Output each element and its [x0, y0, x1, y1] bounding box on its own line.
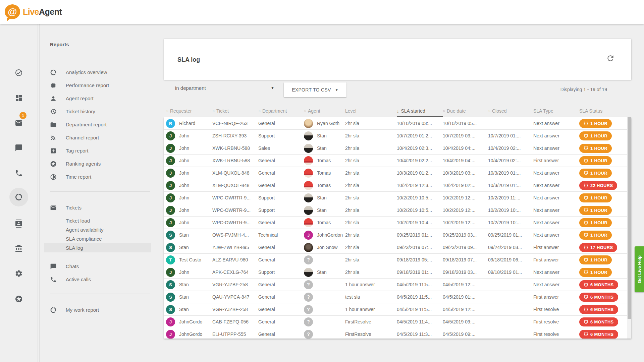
- sidebar-item-label: Time report: [66, 174, 91, 180]
- sla-type-cell: Next answer: [533, 195, 579, 200]
- rail-item-reports[interactable]: [9, 188, 28, 206]
- sidebar-subitem-sla-compliance[interactable]: SLA compliance: [44, 234, 151, 243]
- sidebar-item-label: Department report: [66, 122, 107, 127]
- department-cell: General: [258, 307, 304, 312]
- due-date-cell: 04/5/2019 01:...: [443, 294, 488, 300]
- sidebar-item-my-work-report[interactable]: My work report: [40, 303, 151, 316]
- table-row[interactable]: SStanQAU-YVPCA-847General?test sla04/5/2…: [164, 291, 631, 303]
- get-live-help-tab[interactable]: Get Live Help: [635, 246, 644, 292]
- rail-item-star-circle[interactable]: [11, 291, 27, 307]
- table-row[interactable]: JJohnXWK-LRBNU-588SalesStan2hr sla10/4/2…: [164, 142, 631, 155]
- sidebar-title: Reports: [50, 42, 151, 47]
- column-header-department[interactable]: ↑↓Department: [258, 108, 304, 114]
- sidebar-item-ticket-history[interactable]: Ticket history: [40, 105, 151, 118]
- department-filter-select[interactable]: in department ▼: [175, 81, 274, 95]
- alarm-icon: [584, 183, 588, 188]
- level-cell: 2hr sla: [345, 145, 397, 151]
- sidebar-item-tag-report[interactable]: Tag report: [40, 144, 151, 157]
- scrollbar-thumb[interactable]: [628, 117, 631, 319]
- sidebar-item-active-calls[interactable]: Active calls: [40, 273, 151, 286]
- column-header-closed[interactable]: ↑↓Closed: [488, 108, 533, 114]
- table-row[interactable]: TTest CustoALZ-EARVU-980General?2hr sla0…: [164, 254, 631, 266]
- sidebar-item-analytics-overview[interactable]: Analytics overview: [40, 66, 151, 79]
- table-row[interactable]: SStanYJW-ZWLYB-895GeneralJon Snow2hr sla…: [164, 241, 631, 254]
- sort-icon: ↑↓: [443, 109, 445, 113]
- table-row[interactable]: JJohnWPC-OWRTR-9...SupportStan2hr sla10/…: [164, 204, 631, 217]
- rail-item-bank[interactable]: [11, 240, 27, 256]
- table-row[interactable]: JJohnZSH-RCIXY-393SupportStan2hr sla10/7…: [164, 130, 631, 142]
- sidebar-item-department-report[interactable]: Department report: [40, 118, 151, 131]
- sidebar-subitem-ticket-load[interactable]: Ticket load: [44, 216, 151, 225]
- table-row[interactable]: JJohnXLM-QUXOL-848GeneralTomas2hr sla10/…: [164, 167, 631, 179]
- mail-icon: [15, 119, 23, 127]
- rail-item-check-circle[interactable]: [11, 65, 27, 81]
- table-row[interactable]: SStanVGR-YJZBF-258General?1 hour answer0…: [164, 303, 631, 316]
- sla-status-cell: 1 HOUR: [579, 193, 631, 202]
- sla-status-cell: 1 HOUR: [579, 218, 631, 227]
- tag-icon: [50, 147, 57, 154]
- refresh-button[interactable]: [604, 52, 617, 65]
- sidebar-item-tickets[interactable]: Tickets: [40, 201, 151, 214]
- requester-cell: SStan: [166, 280, 212, 289]
- export-to-csv-button[interactable]: EXPORT TO CSV ▼: [284, 82, 346, 97]
- department-cell: Support: [258, 133, 304, 138]
- requester-avatar: J: [166, 268, 175, 277]
- requester-cell: JJohnGordo: [166, 330, 212, 339]
- table-row[interactable]: JJohnGordoELI-UTPPP-555General?FirstReso…: [164, 328, 631, 339]
- department-cell: General: [258, 121, 304, 126]
- column-header-due-date[interactable]: ↑↓Due date: [443, 108, 488, 114]
- column-header-agent[interactable]: ↑↓Agent: [304, 108, 345, 114]
- sla-status-cell: 1 HOUR: [579, 255, 631, 264]
- alarm-icon: [584, 257, 588, 262]
- sidebar-item-chats[interactable]: Chats: [40, 260, 151, 273]
- sidebar-item-channel-report[interactable]: Channel report: [40, 131, 151, 144]
- liveagent-logo[interactable]: @ LiveAgent: [5, 4, 62, 19]
- sidebar-subitem-sla-log[interactable]: SLA log: [44, 243, 151, 252]
- department-cell: Support: [258, 207, 304, 213]
- contacts-icon: [15, 220, 23, 228]
- rail-item-gear[interactable]: [11, 265, 27, 282]
- closed-cell: 10/3/2019 01:...: [488, 183, 533, 188]
- table-row[interactable]: JJohnWPC-OWRTR-9...SupportStan2hr sla10/…: [164, 192, 631, 204]
- rail-item-phone[interactable]: [11, 165, 27, 181]
- alarm-icon: [584, 208, 588, 213]
- table-row[interactable]: SStanVGR-YJZBF-258General?1 hour answer0…: [164, 279, 631, 291]
- agent-avatar: ?: [304, 293, 313, 302]
- column-header-requester[interactable]: ↑↓Requester: [166, 108, 212, 114]
- table-row[interactable]: JJohnXLM-QUXOL-848GeneralTomas2hr sla10/…: [164, 179, 631, 192]
- sla-status-cell: 6 MONTHS: [579, 305, 631, 314]
- table-row[interactable]: JJohnGordoCAB-FZEPQ-056General?FirstReso…: [164, 316, 631, 328]
- sidebar-item-performance-report[interactable]: Performance report: [40, 79, 151, 92]
- rail-item-chat[interactable]: [11, 140, 27, 156]
- rss-icon: [50, 134, 57, 141]
- sla-status-cell: 1 HOUR: [579, 169, 631, 178]
- sidebar-item-agent-report[interactable]: Agent report: [40, 92, 151, 105]
- bank-icon: [15, 244, 23, 252]
- requester-avatar: S: [166, 243, 175, 252]
- requester-cell: JJohn: [166, 169, 212, 178]
- top-bar: @ LiveAgent To solve 4: [0, 0, 644, 24]
- status-badge: 6 MONTHS: [579, 280, 618, 289]
- sidebar-item-label: Performance report: [66, 82, 109, 88]
- table-row[interactable]: JJohnXWK-LRBNU-588GeneralTomas2hr sla10/…: [164, 155, 631, 167]
- sla-type-cell: First answer: [533, 257, 579, 262]
- requester-cell: SStan: [166, 231, 212, 240]
- table-row[interactable]: JJohnWPC-OWRTR-9...GeneralTomas2hr sla10…: [164, 217, 631, 229]
- department-cell: General: [258, 319, 304, 324]
- rail-item-contacts[interactable]: [11, 216, 27, 232]
- table-row[interactable]: SStanOWS-FVJMH-4...TechnicalJJohnGordon2…: [164, 229, 631, 241]
- sort-desc-icon: ↓: [397, 109, 399, 114]
- sla-type-cell: Next answer: [533, 232, 579, 238]
- agent-cell: ?: [304, 317, 345, 326]
- column-header-ticket[interactable]: ↑↓Ticket: [212, 108, 258, 114]
- agent-cell: Stan: [304, 144, 345, 153]
- rail-item-dashboard[interactable]: [11, 90, 27, 106]
- sidebar-item-time-report[interactable]: Time report: [40, 170, 151, 183]
- sidebar-subitem-agent-availability[interactable]: Agent availability: [44, 225, 151, 234]
- table-row[interactable]: JJohnAPK-CEXLG-764SupportStan2hr sla09/1…: [164, 266, 631, 279]
- column-header-sla-started[interactable]: ↓SLA started: [397, 108, 443, 114]
- table-row[interactable]: RRichardVCE-NIRQF-263GeneralRyan Goth2hr…: [164, 117, 631, 130]
- column-header-level: Level: [345, 108, 397, 114]
- level-cell: 2hr sla: [345, 257, 397, 262]
- sidebar-item-ranking-agents[interactable]: Ranking agents: [40, 157, 151, 170]
